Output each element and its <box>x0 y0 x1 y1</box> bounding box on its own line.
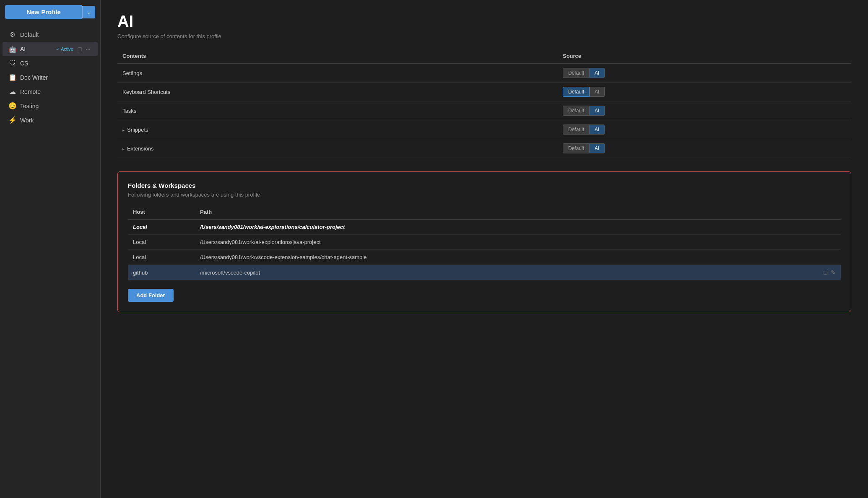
source-ai-button[interactable]: AI <box>590 143 605 153</box>
folder-actions-cell <box>807 250 841 265</box>
contents-row: TasksDefaultAI <box>117 101 851 120</box>
folders-subtitle: Following folders and workspaces are usi… <box>128 192 841 198</box>
source-button-group: DefaultAI <box>563 124 846 135</box>
more-options-icon[interactable]: ··· <box>84 45 92 53</box>
folder-actions-cell: □ ✎ <box>807 265 841 280</box>
cs-label: CS <box>20 60 92 67</box>
sidebar-item-default[interactable]: ⚙Default <box>3 28 98 42</box>
source-ai-button[interactable]: AI <box>590 68 605 78</box>
work-label: Work <box>20 117 92 124</box>
new-profile-chevron-button[interactable]: ⌄ <box>82 6 95 18</box>
active-actions: □··· <box>77 45 92 53</box>
expand-icon[interactable]: ▸ <box>122 147 125 151</box>
host-header: Host <box>128 205 195 220</box>
open-folder-icon[interactable]: □ <box>824 269 827 276</box>
default-label: Default <box>20 31 92 38</box>
testing-label: Testing <box>20 103 92 109</box>
source-cell: DefaultAI <box>558 83 851 101</box>
folder-actions-cell <box>807 220 841 235</box>
source-default-button[interactable]: Default <box>563 124 590 135</box>
path-cell: /microsoft/vscode-copilot <box>195 265 807 280</box>
contents-row: Keyboard ShortcutsDefaultAI <box>117 83 851 101</box>
source-cell: DefaultAI <box>558 120 851 139</box>
source-cell: DefaultAI <box>558 101 851 120</box>
host-cell: Local <box>128 220 195 235</box>
folder-row: Local/Users/sandy081/work/vscode-extensi… <box>128 250 841 265</box>
source-default-button[interactable]: Default <box>563 143 590 153</box>
contents-cell: Settings <box>117 64 558 83</box>
expand-icon[interactable]: ▸ <box>122 128 125 132</box>
source-ai-button[interactable]: AI <box>590 87 605 97</box>
folders-table: Host Path Local/Users/sandy081/work/ai-e… <box>128 205 841 280</box>
ai-label: AI <box>20 46 52 52</box>
contents-cell: ▸Snippets <box>117 120 558 139</box>
path-cell: /Users/sandy081/work/ai-explorations/jav… <box>195 235 807 250</box>
contents-row: ▸ExtensionsDefaultAI <box>117 139 851 158</box>
new-profile-wrapper: New Profile ⌄ <box>5 5 95 19</box>
page-title: AI <box>117 13 851 31</box>
contents-cell: ▸Extensions <box>117 139 558 158</box>
page-subtitle: Configure source of contents for this pr… <box>117 33 851 39</box>
default-icon: ⚙ <box>8 31 17 39</box>
new-window-icon[interactable]: □ <box>77 45 83 53</box>
source-cell: DefaultAI <box>558 139 851 158</box>
source-button-group: DefaultAI <box>563 68 846 78</box>
source-ai-button[interactable]: AI <box>590 106 605 116</box>
active-badge: ✓ Active <box>56 47 73 52</box>
folder-row: github/microsoft/vscode-copilot □ ✎ <box>128 265 841 280</box>
sidebar-item-remote[interactable]: ☁Remote <box>3 85 98 99</box>
contents-row: SettingsDefaultAI <box>117 64 851 83</box>
folders-section: Folders & Workspaces Following folders a… <box>117 171 851 312</box>
source-button-group: DefaultAI <box>563 143 846 153</box>
sidebar-items: ⚙Default🤖AI✓ Active□···🛡CS📋Doc Writer☁Re… <box>0 27 100 127</box>
source-cell: DefaultAI <box>558 64 851 83</box>
sidebar-item-work[interactable]: ⚡Work <box>3 113 98 127</box>
source-header: Source <box>558 49 851 64</box>
host-cell: Local <box>128 235 195 250</box>
contents-header: Contents <box>117 49 558 64</box>
doc-writer-label: Doc Writer <box>20 74 92 81</box>
host-cell: Local <box>128 250 195 265</box>
folder-actions-cell <box>807 235 841 250</box>
source-default-button[interactable]: Default <box>563 87 590 97</box>
remote-icon: ☁ <box>8 88 17 96</box>
remote-label: Remote <box>20 88 92 95</box>
folder-row: Local/Users/sandy081/work/ai-exploration… <box>128 220 841 235</box>
contents-cell: Keyboard Shortcuts <box>117 83 558 101</box>
source-ai-button[interactable]: AI <box>590 124 605 135</box>
work-icon: ⚡ <box>8 116 17 124</box>
cs-icon: 🛡 <box>8 60 17 67</box>
sidebar-item-doc-writer[interactable]: 📋Doc Writer <box>3 70 98 84</box>
path-header: Path <box>195 205 807 220</box>
folder-row: Local/Users/sandy081/work/ai-exploration… <box>128 235 841 250</box>
testing-icon: 😊 <box>8 102 17 110</box>
source-button-group: DefaultAI <box>563 106 846 116</box>
doc-writer-icon: 📋 <box>8 73 17 81</box>
sidebar: New Profile ⌄ ⚙Default🤖AI✓ Active□···🛡CS… <box>0 0 101 498</box>
source-default-button[interactable]: Default <box>563 106 590 116</box>
sidebar-item-cs[interactable]: 🛡CS <box>3 57 98 70</box>
host-cell: github <box>128 265 195 280</box>
path-cell: /Users/sandy081/work/vscode-extension-sa… <box>195 250 807 265</box>
path-cell: /Users/sandy081/work/ai-explorations/cal… <box>195 220 807 235</box>
contents-table: Contents Source SettingsDefaultAIKeyboar… <box>117 49 851 158</box>
ai-icon: 🤖 <box>8 45 17 53</box>
new-profile-button[interactable]: New Profile <box>5 5 82 19</box>
source-default-button[interactable]: Default <box>563 68 590 78</box>
add-folder-button[interactable]: Add Folder <box>128 289 174 302</box>
folders-title: Folders & Workspaces <box>128 182 841 189</box>
contents-cell: Tasks <box>117 101 558 120</box>
sidebar-item-testing[interactable]: 😊Testing <box>3 99 98 113</box>
source-button-group: DefaultAI <box>563 87 846 97</box>
sidebar-item-ai[interactable]: 🤖AI✓ Active□··· <box>3 42 98 56</box>
edit-icon[interactable]: ✎ <box>831 269 836 276</box>
main-content: AI Configure source of contents for this… <box>101 0 868 498</box>
contents-row: ▸SnippetsDefaultAI <box>117 120 851 139</box>
